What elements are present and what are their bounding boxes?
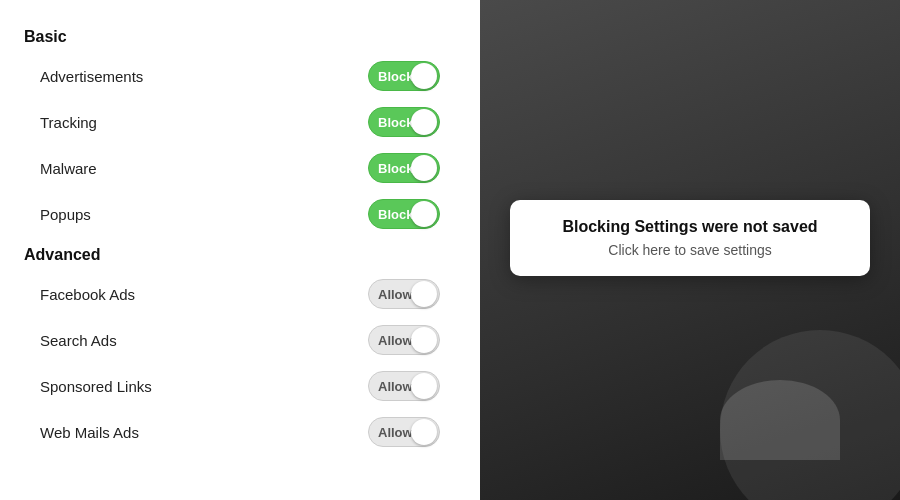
setting-label-malware: Malware <box>40 160 97 177</box>
setting-row-sponsored-links: Sponsored LinksAllow <box>24 364 456 408</box>
toggle-label-sponsored-links: Allow <box>378 379 413 394</box>
right-panel: Blocking Settings were not saved Click h… <box>480 0 900 500</box>
settings-panel: BasicAdvertisementsBlockTrackingBlockMal… <box>0 0 480 500</box>
toggle-label-popups: Block <box>378 207 413 222</box>
setting-label-web-mails-ads: Web Mails Ads <box>40 424 139 441</box>
toggle-knob-tracking <box>411 109 437 135</box>
toast-notification[interactable]: Blocking Settings were not saved Click h… <box>510 200 870 276</box>
toggle-label-advertisements: Block <box>378 69 413 84</box>
setting-row-web-mails-ads: Web Mails AdsAllow <box>24 410 456 454</box>
toggle-knob-popups <box>411 201 437 227</box>
setting-label-search-ads: Search Ads <box>40 332 117 349</box>
toggle-facebook-ads[interactable]: Allow <box>368 279 440 309</box>
background: Blocking Settings were not saved Click h… <box>480 0 900 500</box>
setting-row-tracking: TrackingBlock <box>24 100 456 144</box>
setting-row-popups: PopupsBlock <box>24 192 456 236</box>
setting-row-facebook-ads: Facebook AdsAllow <box>24 272 456 316</box>
toggle-label-facebook-ads: Allow <box>378 287 413 302</box>
setting-row-advertisements: AdvertisementsBlock <box>24 54 456 98</box>
toggle-web-mails-ads[interactable]: Allow <box>368 417 440 447</box>
setting-label-tracking: Tracking <box>40 114 97 131</box>
section-header-basic: Basic <box>24 28 456 46</box>
decorative-arch <box>720 380 840 460</box>
toggle-knob-sponsored-links <box>411 373 437 399</box>
toggle-label-tracking: Block <box>378 115 413 130</box>
setting-label-popups: Popups <box>40 206 91 223</box>
toggle-label-search-ads: Allow <box>378 333 413 348</box>
toggle-sponsored-links[interactable]: Allow <box>368 371 440 401</box>
toggle-knob-web-mails-ads <box>411 419 437 445</box>
section-header-advanced: Advanced <box>24 246 456 264</box>
setting-row-malware: MalwareBlock <box>24 146 456 190</box>
toggle-label-malware: Block <box>378 161 413 176</box>
toggle-advertisements[interactable]: Block <box>368 61 440 91</box>
toggle-knob-search-ads <box>411 327 437 353</box>
setting-label-facebook-ads: Facebook Ads <box>40 286 135 303</box>
toggle-knob-malware <box>411 155 437 181</box>
setting-label-sponsored-links: Sponsored Links <box>40 378 152 395</box>
toggle-tracking[interactable]: Block <box>368 107 440 137</box>
toggle-knob-facebook-ads <box>411 281 437 307</box>
setting-row-search-ads: Search AdsAllow <box>24 318 456 362</box>
toast-title: Blocking Settings were not saved <box>530 218 850 236</box>
toast-subtitle: Click here to save settings <box>530 242 850 258</box>
toggle-popups[interactable]: Block <box>368 199 440 229</box>
toggle-search-ads[interactable]: Allow <box>368 325 440 355</box>
toggle-knob-advertisements <box>411 63 437 89</box>
toggle-malware[interactable]: Block <box>368 153 440 183</box>
setting-label-advertisements: Advertisements <box>40 68 143 85</box>
toggle-label-web-mails-ads: Allow <box>378 425 413 440</box>
